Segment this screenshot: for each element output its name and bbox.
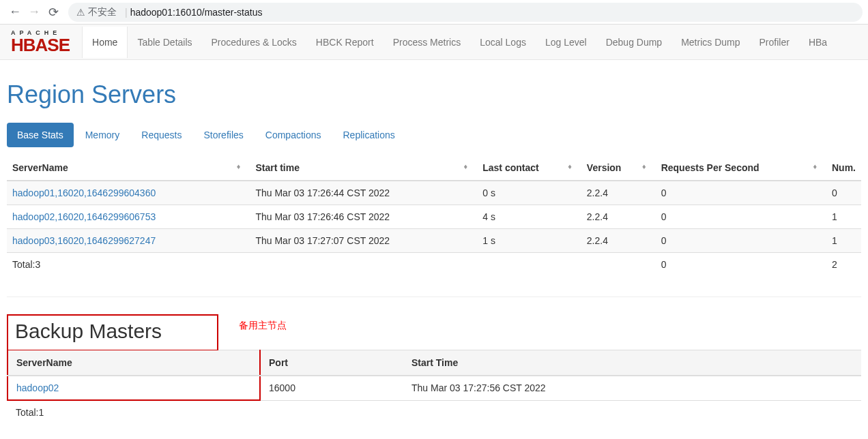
col-servername[interactable]: ServerName: [8, 350, 260, 376]
cell-num: 1: [826, 205, 861, 229]
cell-last: 1 s: [477, 229, 581, 253]
address-bar[interactable]: ⚠ 不安全 | hadoop01:16010/master-status: [68, 3, 863, 22]
server-link[interactable]: hadoop01,16020,1646299604360: [12, 187, 156, 198]
cell-port: 16000: [260, 376, 403, 400]
nav-item-home[interactable]: Home: [82, 27, 128, 58]
sort-icon: ♦: [568, 162, 572, 170]
main-navbar: APACHE HBASE HomeTable DetailsProcedures…: [0, 25, 868, 60]
cell-last: 4 s: [477, 205, 581, 229]
backup-masters-table: ServerName Port Start Time hadoop0216000…: [7, 350, 861, 424]
sort-icon: ♦: [464, 162, 468, 170]
nav-item-table-details[interactable]: Table Details: [128, 27, 201, 58]
tab-requests[interactable]: Requests: [131, 123, 192, 147]
nav-item-process-metrics[interactable]: Process Metrics: [384, 27, 471, 58]
tab-storefiles[interactable]: Storefiles: [193, 123, 253, 147]
total-rps: 0: [656, 253, 826, 277]
col-num[interactable]: Num.: [826, 155, 861, 181]
hbase-logo[interactable]: APACHE HBASE: [5, 30, 75, 55]
cell-start: Thu Mar 03 17:26:44 CST 2022: [250, 181, 477, 205]
sort-icon: ♦: [813, 162, 817, 170]
table-total-row: Total:1: [8, 400, 861, 424]
forward-button[interactable]: →: [25, 3, 44, 22]
insecure-label: 不安全: [88, 6, 117, 18]
warning-icon: ⚠: [76, 7, 85, 18]
server-link[interactable]: hadoop02,16020,1646299606753: [12, 211, 156, 222]
reload-button[interactable]: ⟳: [44, 3, 63, 22]
cell-rps: 0: [656, 205, 826, 229]
region-servers-tabs: Base StatsMemoryRequestsStorefilesCompac…: [7, 123, 861, 147]
nav-item-hba[interactable]: HBa: [799, 27, 837, 58]
nav-item-profiler[interactable]: Profiler: [750, 27, 799, 58]
cell-start: Thu Mar 03 17:26:46 CST 2022: [250, 205, 477, 229]
cell-rps: 0: [656, 181, 826, 205]
total-label: Total:3: [7, 253, 250, 277]
browser-toolbar: ← → ⟳ ⚠ 不安全 | hadoop01:16010/master-stat…: [0, 0, 868, 25]
backup-masters-heading: Backup Masters: [8, 316, 217, 350]
col-starttime[interactable]: Start time♦: [250, 155, 477, 181]
cell-num: 1: [826, 229, 861, 253]
nav-item-debug-dump[interactable]: Debug Dump: [596, 27, 672, 58]
nav-item-local-logs[interactable]: Local Logs: [470, 27, 536, 58]
insecure-warning: ⚠ 不安全: [76, 6, 117, 18]
backup-annotation: 备用主节点: [239, 320, 287, 332]
col-servername[interactable]: ServerName♦: [7, 155, 250, 181]
col-lastcontact[interactable]: Last contact♦: [477, 155, 581, 181]
backup-masters-highlight: Backup Masters: [7, 314, 218, 351]
sort-icon: ♦: [642, 162, 646, 170]
url-text: hadoop01:16010/master-status: [130, 7, 263, 18]
total-num: 2: [826, 253, 861, 277]
back-button[interactable]: ←: [5, 3, 25, 22]
backup-total: Total:1: [8, 400, 260, 424]
server-link[interactable]: hadoop03,16020,1646299627247: [12, 235, 156, 246]
backup-server-link[interactable]: hadoop02: [16, 382, 59, 393]
tab-base-stats[interactable]: Base Stats: [7, 123, 74, 147]
region-servers-heading: Region Servers: [7, 80, 861, 109]
tab-compactions[interactable]: Compactions: [255, 123, 332, 147]
cell-rps: 0: [656, 229, 826, 253]
col-version[interactable]: Version♦: [581, 155, 656, 181]
col-starttime[interactable]: Start Time: [403, 350, 861, 376]
cell-last: 0 s: [477, 181, 581, 205]
table-row: hadoop03,16020,1646299627247Thu Mar 03 1…: [7, 229, 861, 253]
cell-version: 2.2.4: [581, 205, 656, 229]
table-row: hadoop0216000Thu Mar 03 17:27:56 CST 202…: [8, 376, 861, 400]
col-rps[interactable]: Requests Per Second♦: [656, 155, 826, 181]
tab-memory[interactable]: Memory: [75, 123, 130, 147]
cell-start: Thu Mar 03 17:27:56 CST 2022: [403, 376, 861, 400]
nav-item-metrics-dump[interactable]: Metrics Dump: [671, 27, 749, 58]
table-row: hadoop01,16020,1646299604360Thu Mar 03 1…: [7, 181, 861, 205]
cell-version: 2.2.4: [581, 181, 656, 205]
nav-item-hbck-report[interactable]: HBCK Report: [306, 27, 384, 58]
cell-start: Thu Mar 03 17:27:07 CST 2022: [250, 229, 477, 253]
nav-item-procedures-locks[interactable]: Procedures & Locks: [202, 27, 306, 58]
sort-icon: ♦: [237, 162, 241, 170]
nav-item-log-level[interactable]: Log Level: [536, 27, 596, 58]
col-port[interactable]: Port: [260, 350, 403, 376]
divider: [7, 297, 861, 297]
table-row: hadoop02,16020,1646299606753Thu Mar 03 1…: [7, 205, 861, 229]
table-total-row: Total:3 0 2: [7, 253, 861, 277]
tab-replications[interactable]: Replications: [332, 123, 405, 147]
cell-num: 0: [826, 181, 861, 205]
cell-version: 2.2.4: [581, 229, 656, 253]
region-servers-table: ServerName♦ Start time♦ Last contact♦ Ve…: [7, 155, 861, 276]
